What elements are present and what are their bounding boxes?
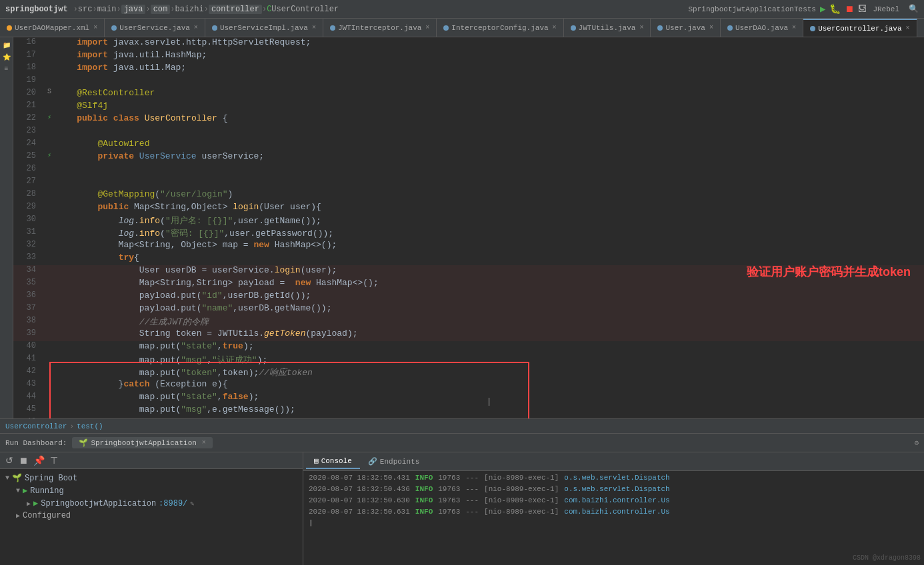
tree-springboot[interactable]: ▼ 🌱 Spring Boot xyxy=(5,472,297,484)
code-line-45: 45 map.put("msg",e.getMessage()); xyxy=(13,404,924,417)
log-pid-3: 19763 xyxy=(438,496,460,504)
project-sidebar-icon[interactable]: 📁 xyxy=(1,40,12,51)
watermark: CSDN @xdragon8398 xyxy=(853,554,921,562)
breadcrumb-method: test() xyxy=(77,422,103,430)
breadcrumb-java: java xyxy=(121,5,146,14)
code-editor[interactable]: 16 import javax.servlet.http.HttpServlet… xyxy=(13,37,924,418)
tree-arrow-springboot: ▼ xyxy=(5,474,9,482)
code-line-26: 26 xyxy=(13,164,924,177)
console-output: 2020-08-07 18:32:50.431 INFO 19763 --- [… xyxy=(303,471,924,565)
log-level-2: INFO xyxy=(415,485,433,493)
breadcrumb-bottom-bar: UserController › test() xyxy=(0,418,924,433)
code-line-36: 36 payload.put("id",userDB.getId()); xyxy=(13,290,924,303)
code-line-23: 23 xyxy=(13,126,924,139)
log-cursor-line: | xyxy=(309,519,919,530)
code-line-46: 46 } xyxy=(13,417,924,418)
tab-usercontroller[interactable]: UserController.java × xyxy=(803,19,917,37)
code-line-30: 30 log.info("用户名: [{}]",user.getName()); xyxy=(13,215,924,227)
run-button[interactable]: ▶ xyxy=(820,3,825,15)
log-pid-2: 19763 xyxy=(438,485,460,493)
code-line-40: 40 map.put("state",true); xyxy=(13,341,924,354)
endpoints-icon: 🔗 xyxy=(368,457,377,466)
structure-icon[interactable]: ≡ xyxy=(3,64,9,74)
log-sep-2: --- xyxy=(465,485,479,493)
stop-all-button[interactable]: ⏹ xyxy=(19,455,28,466)
tab-userservice[interactable]: UserService.java × xyxy=(105,19,205,37)
run-toolbar: ↺ ⏹ 📌 ⊤ xyxy=(0,452,303,469)
tree-app-port[interactable]: :8989/ xyxy=(159,499,187,508)
tree-arrow-running: ▼ xyxy=(16,487,20,494)
endpoints-tab-label: Endpoints xyxy=(380,458,419,466)
log-time-3: 2020-08-07 18:32:50.630 xyxy=(309,496,410,504)
stop-button[interactable]: ⏹ xyxy=(845,4,854,15)
breadcrumb-usercontroller: UserController xyxy=(271,5,339,14)
console-tabs: ▤ Console 🔗 Endpoints xyxy=(303,452,924,471)
tab-userdao[interactable]: UserDAO.java × xyxy=(721,19,803,37)
run-tree: ▼ 🌱 Spring Boot ▼ ▶ Running ▶ ▶ Springbo… xyxy=(0,469,303,565)
breadcrumb-sep6: › xyxy=(204,5,209,14)
log-sep-3: --- xyxy=(465,496,479,504)
log-class-4: com.baizhi.controller.Us xyxy=(564,508,669,516)
tab-bar: UserDAOMapper.xml × UserService.java × U… xyxy=(0,19,924,37)
code-line-16: 16 import javax.servlet.http.HttpServlet… xyxy=(13,37,924,50)
app-run-tab[interactable]: 🌱 SpringbootjwtApplication × xyxy=(72,437,212,448)
breadcrumb-sep7: › xyxy=(262,5,267,14)
run-dashboard-label: Run Dashboard: xyxy=(5,439,67,447)
tree-app-name: SpringbootjwtApplication xyxy=(41,499,156,508)
pin-button[interactable]: 📌 xyxy=(33,455,45,466)
settings-gear-icon[interactable]: ⚙ xyxy=(914,438,919,447)
tab-user[interactable]: User.java × xyxy=(651,19,720,37)
left-sidebar: 📁 ⭐ ≡ xyxy=(0,37,13,418)
breadcrumb-controller: controller xyxy=(209,5,262,14)
tree-app[interactable]: ▶ ▶ SpringbootjwtApplication :8989/ ✎ xyxy=(5,497,297,510)
code-line-18: 18 import java.util.Map; xyxy=(13,63,924,75)
jrebel-label: JRebel xyxy=(873,5,899,13)
log-line-3: 2020-08-07 18:32:50.630 INFO 19763 --- [… xyxy=(309,496,919,508)
code-line-31: 31 log.info("密码: [{}]",user.getPassword(… xyxy=(13,227,924,240)
tab-jwtinterceptor[interactable]: JWTInterceptor.java × xyxy=(323,19,437,37)
spring-leaf-icon: 🌱 xyxy=(12,473,22,483)
tree-springboot-label: Spring Boot xyxy=(25,474,77,483)
search-icon[interactable]: 🔍 xyxy=(909,4,919,14)
code-line-25: 25 ⚡ private UserService userService; xyxy=(13,151,924,164)
tree-running[interactable]: ▼ ▶ Running xyxy=(5,484,297,497)
favorites-icon[interactable]: ⭐ xyxy=(1,52,12,63)
bottom-panel: Run Dashboard: 🌱 SpringbootjwtApplicatio… xyxy=(0,433,924,565)
debug-button[interactable]: 🐛 xyxy=(829,3,841,15)
log-class-1: o.s.web.servlet.Dispatch xyxy=(564,474,669,482)
code-line-28: 28 @GetMapping("/user/login") xyxy=(13,189,924,202)
filter-button[interactable]: ⊤ xyxy=(50,455,58,466)
log-time-1: 2020-08-07 18:32:50.431 xyxy=(309,474,410,482)
log-line-1: 2020-08-07 18:32:50.431 INFO 19763 --- [… xyxy=(309,474,919,485)
log-level-4: INFO xyxy=(415,508,433,516)
app-tab-label: SpringbootjwtApplication xyxy=(91,439,196,447)
log-time-4: 2020-08-07 18:32:50.631 xyxy=(309,508,410,516)
log-class-3: com.baizhi.controller.Us xyxy=(564,496,669,504)
run-config-label: SpringbootjwtApplicationTests xyxy=(689,5,816,13)
breadcrumb-sep2: › xyxy=(92,5,97,14)
restart-button[interactable]: ↺ xyxy=(5,455,13,466)
top-bar: springbootjwt › src › main › java › com … xyxy=(0,0,924,19)
run-dashboard-content: ↺ ⏹ 📌 ⊤ ▼ 🌱 Spring Boot ▼ ▶ Running xyxy=(0,452,924,565)
log-sep-4: --- xyxy=(465,508,479,516)
coverage-button[interactable]: ⛾ xyxy=(858,4,866,14)
app-tab-close[interactable]: × xyxy=(202,439,206,446)
tab-jwtutils[interactable]: JWTUtils.java × xyxy=(564,19,651,37)
tab-userdaomapper[interactable]: UserDAOMapper.xml × xyxy=(0,19,105,37)
breadcrumb-sep1: › xyxy=(73,5,78,14)
tab-interceptorconfig[interactable]: InterceptorConfig.java × xyxy=(437,19,563,37)
log-line-2: 2020-08-07 18:32:50.436 INFO 19763 --- [… xyxy=(309,485,919,496)
log-class-2: o.s.web.servlet.Dispatch xyxy=(564,485,669,493)
code-line-42: 42 map.put("token",token);//响应token xyxy=(13,366,924,379)
log-thread-4: [nio-8989-exec-1] xyxy=(484,508,559,516)
tab-userserviceimpl[interactable]: UserServiceImpl.java × xyxy=(205,19,323,37)
code-line-22: 22 ⚡ public class UserController { xyxy=(13,113,924,126)
log-pid-4: 19763 xyxy=(438,508,460,516)
tree-configured[interactable]: ▶ Configured xyxy=(5,510,297,522)
breadcrumb-sep5: › xyxy=(170,5,175,14)
code-line-39: 39 String token = JWTUtils.getToken(payl… xyxy=(13,328,924,341)
code-line-32: 32 Map<String, Object> map = new HashMap… xyxy=(13,240,924,253)
console-tab-console[interactable]: ▤ Console xyxy=(306,454,360,469)
log-thread-2: [nio-8989-exec-1] xyxy=(484,485,559,493)
console-tab-endpoints[interactable]: 🔗 Endpoints xyxy=(360,454,427,468)
